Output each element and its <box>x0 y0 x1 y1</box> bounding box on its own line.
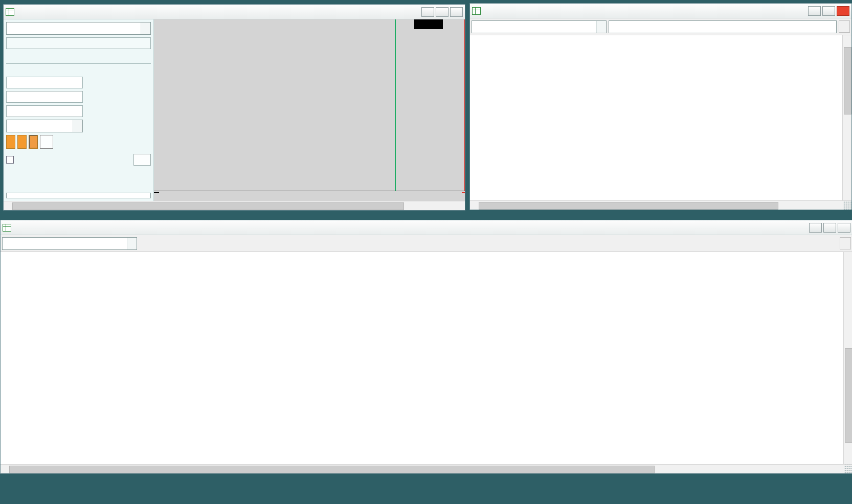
details-button[interactable] <box>840 237 851 249</box>
be-button[interactable] <box>133 154 151 166</box>
m-button[interactable] <box>40 135 53 149</box>
sheet-selector-dropdown[interactable] <box>2 237 137 250</box>
position-order-grid <box>6 66 151 132</box>
scrollbar-track[interactable] <box>843 44 851 192</box>
pos-qty-label <box>6 66 83 74</box>
time-axis[interactable] <box>154 191 465 201</box>
maximize-button[interactable] <box>436 7 449 17</box>
maximize-button[interactable] <box>822 6 835 16</box>
horizontal-scrollbar[interactable] <box>4 201 465 210</box>
chart-header <box>155 20 395 38</box>
maximize-button[interactable] <box>823 223 836 233</box>
sheet-window-titlebar[interactable] <box>1 220 852 235</box>
sell-column[interactable] <box>445 19 465 191</box>
use-attached-orders-checkbox[interactable] <box>6 156 14 164</box>
close-button[interactable] <box>838 223 850 233</box>
sheet-toolbar <box>1 235 852 252</box>
resize-grip[interactable] <box>844 465 852 473</box>
minimize-button[interactable] <box>808 6 821 16</box>
scroll-down-button[interactable] <box>844 455 852 464</box>
window-controls <box>808 6 849 16</box>
chart-window-titlebar[interactable] <box>4 5 465 19</box>
buy-column[interactable] <box>395 19 414 191</box>
minimize-button[interactable] <box>421 7 434 17</box>
action-buttons <box>6 135 151 149</box>
scroll-left-button[interactable] <box>1 465 9 473</box>
chevron-down-icon <box>596 21 606 33</box>
app-icon <box>6 8 14 16</box>
clipped-dropdown[interactable] <box>6 193 151 198</box>
sheet-selector-dropdown[interactable] <box>472 20 607 33</box>
chart-window-body <box>4 19 465 201</box>
sheet1-window <box>0 220 852 474</box>
app-icon <box>472 7 481 15</box>
scrollbar-track[interactable] <box>479 201 834 210</box>
order-buttons <box>85 66 143 132</box>
chevron-down-icon <box>141 22 150 34</box>
flatten-button[interactable] <box>6 135 15 149</box>
sheet-toolbar <box>470 18 851 35</box>
sheet-main <box>1 252 852 464</box>
chevron-down-icon <box>127 238 137 249</box>
close-button[interactable] <box>837 6 849 16</box>
window-controls <box>421 7 463 17</box>
scrollbar-track[interactable] <box>9 465 835 473</box>
scroll-right-button[interactable] <box>456 201 465 210</box>
scroll-up-button[interactable] <box>844 252 852 261</box>
resize-grip[interactable] <box>843 201 851 210</box>
scrollbar-thumb[interactable] <box>479 202 778 210</box>
window-controls <box>809 223 850 233</box>
app-icon <box>3 224 11 232</box>
order-entry-input[interactable] <box>6 37 151 49</box>
vertical-scrollbar[interactable] <box>843 252 852 464</box>
chart-area[interactable] <box>154 19 465 201</box>
date-label <box>154 192 159 193</box>
vertical-scrollbar[interactable] <box>842 35 851 200</box>
account-dropdown[interactable] <box>6 120 83 132</box>
scroll-right-button[interactable] <box>835 465 844 473</box>
dom-tabs <box>6 52 151 64</box>
preset-dropdown[interactable] <box>6 22 151 35</box>
trade-dom-panel <box>4 19 154 201</box>
position-field[interactable] <box>6 77 83 88</box>
scroll-up-button[interactable] <box>843 35 851 44</box>
position-fields <box>6 66 83 132</box>
plot-region[interactable] <box>154 19 395 191</box>
scrollbar-thumb[interactable] <box>12 202 404 210</box>
scrollbar-thumb[interactable] <box>844 47 851 114</box>
scrollbar-track[interactable] <box>12 201 456 210</box>
chart-window <box>3 4 465 211</box>
verttimes-sheet-window <box>469 3 852 210</box>
alert-badge <box>462 192 465 193</box>
reverse-button[interactable] <box>17 135 27 149</box>
close-button[interactable] <box>450 7 463 17</box>
sheet-window-titlebar[interactable] <box>470 4 851 18</box>
spreadsheet-grid <box>470 35 842 200</box>
price-axis[interactable] <box>414 19 445 191</box>
scrollbar-thumb[interactable] <box>845 348 852 443</box>
attached-orders-row <box>6 154 151 166</box>
scroll-down-button[interactable] <box>843 192 851 200</box>
scrollbar-track[interactable] <box>844 261 852 455</box>
spreadsheet-grid <box>1 252 843 464</box>
minimize-button[interactable] <box>809 223 822 233</box>
scrollbar-thumb[interactable] <box>9 466 655 473</box>
sheet-main <box>470 35 851 200</box>
details-button[interactable] <box>839 20 850 33</box>
pl-field[interactable] <box>6 91 83 103</box>
cancel-all-button[interactable] <box>29 135 38 149</box>
scroll-left-button[interactable] <box>4 201 12 210</box>
candlestick-plot[interactable] <box>154 19 395 191</box>
cell-value-input[interactable] <box>609 20 837 33</box>
scroll-left-button[interactable] <box>470 201 479 210</box>
sell-line <box>464 19 465 201</box>
horizontal-scrollbar[interactable] <box>470 200 851 210</box>
scroll-right-button[interactable] <box>834 201 843 210</box>
daily-pl-field[interactable] <box>6 105 83 117</box>
last-price-box <box>414 19 443 29</box>
horizontal-scrollbar[interactable] <box>1 464 852 473</box>
chevron-down-icon <box>73 120 82 132</box>
